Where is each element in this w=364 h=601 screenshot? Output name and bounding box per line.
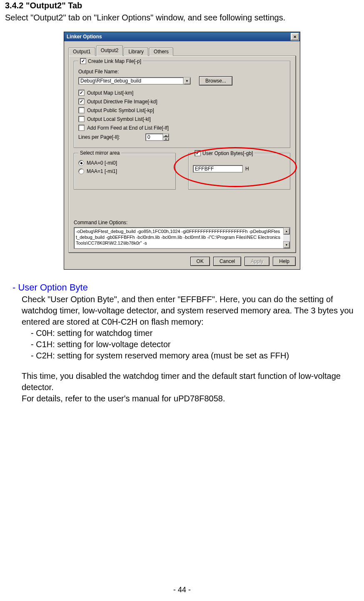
cmdline-textarea[interactable]: -oDebug\RFtest_debug_build -go85h,1FC00h… [74, 227, 290, 249]
legend-user-option-label: User Option Bytes[-gb] [202, 150, 253, 156]
close-icon[interactable]: ✕ [291, 33, 299, 40]
explain-b1: - C0H: setting for watchdog timer [31, 328, 359, 339]
checkbox-output-public-symbol[interactable] [78, 107, 85, 113]
tab-strip: Output1 Output2 Library Others [68, 45, 296, 56]
radio-maa0-row[interactable]: MAA=0 [-mi0] [78, 160, 171, 166]
lines-per-page-input[interactable] [145, 133, 163, 141]
lines-per-page-spinner[interactable]: ▲ ▼ [145, 133, 169, 141]
checkbox-output-directive-image[interactable] [78, 98, 85, 105]
opt-label: Output Map List[-km] [87, 90, 133, 96]
opt-label: Add Form Feed at End of List File[-lf] [87, 125, 169, 131]
section-heading: 3.4.2 "Output2" Tab [5, 1, 359, 10]
legend-user-option[interactable]: User Option Bytes[-gb] [193, 150, 254, 156]
chevron-down-icon[interactable]: ▼ [183, 77, 191, 85]
help-button[interactable]: Help [273, 257, 296, 266]
opt-output-local-symbol[interactable]: Output Local Symbol List[-kl] [78, 116, 286, 122]
opt-output-directive-image[interactable]: Output Directive File Image[-kd] [78, 98, 286, 105]
radio-maa1-row[interactable]: MAA=1 [-mi1] [78, 168, 171, 174]
checkbox-add-form-feed[interactable] [78, 125, 85, 131]
tab-others[interactable]: Others [149, 48, 173, 56]
spin-down-icon[interactable]: ▼ [163, 137, 169, 141]
page-number: - 44 - [0, 586, 364, 594]
legend-mirror: Select mirror area [78, 150, 121, 156]
browse-button[interactable]: Browse... [199, 76, 232, 85]
group-user-option-bytes: User Option Bytes[-gb] H [188, 153, 290, 190]
radio-label: MAA=1 [-mi1] [87, 168, 117, 174]
ok-button[interactable]: OK [190, 257, 210, 266]
apply-button[interactable]: Apply [244, 257, 269, 266]
linker-options-dialog: Linker Options ✕ Output1 Output2 Library… [64, 32, 300, 270]
group-mirror-area: Select mirror area MAA=0 [-mi0] MAA=1 [-… [74, 153, 176, 190]
output-file-input[interactable] [78, 77, 183, 85]
opt-output-public-symbol[interactable]: Output Public Symbol List[-kp] [78, 107, 286, 113]
user-option-bytes-input[interactable] [193, 165, 243, 173]
checkbox-output-map-list[interactable] [78, 90, 85, 96]
explain-b3: - C2H: setting for system reserved memor… [31, 350, 359, 361]
dialog-titlebar: Linker Options ✕ [64, 32, 300, 41]
radio-maa1[interactable] [78, 168, 84, 174]
tab-library[interactable]: Library [124, 48, 148, 56]
radio-label: MAA=0 [-mi0] [87, 160, 117, 166]
scrollbar[interactable]: ▲ ▼ [283, 228, 290, 248]
output-file-combo[interactable]: ▼ [78, 77, 191, 85]
opt-output-map-list[interactable]: Output Map List[-km] [78, 90, 286, 96]
spin-up-icon[interactable]: ▲ [163, 133, 169, 137]
opt-label: Output Local Symbol List[-kl] [87, 116, 151, 122]
scroll-down-icon[interactable]: ▼ [283, 241, 290, 248]
opt-add-form-feed[interactable]: Add Form Feed at End of List File[-lf] [78, 125, 286, 131]
dialog-button-row: OK Cancel Apply Help [68, 253, 296, 267]
user-option-byte-heading: - User Option Byte [12, 281, 359, 294]
group-link-map: Create Link Map File[-p] Output File Nam… [74, 61, 290, 148]
checkbox-create-link-map[interactable] [80, 58, 86, 64]
cmdline-label: Command Line Options: [74, 220, 290, 225]
radio-maa0[interactable] [78, 160, 84, 166]
intro-text: Select "Output2" tab on "Linker Options"… [5, 13, 359, 23]
tab-output2[interactable]: Output2 [96, 45, 123, 56]
explain-p2: This time, you disabled the watchdog tim… [22, 371, 359, 393]
legend-link-map-label: Create Link Map File[-p] [88, 58, 141, 64]
explain-p3: For details, refer to the user's manual … [22, 393, 359, 404]
explanation-block: - User Option Byte Check "User Option By… [5, 281, 359, 404]
lines-per-page-label: Lines per Page[-ll]: [78, 134, 143, 140]
dialog-title: Linker Options [67, 34, 291, 40]
legend-link-map[interactable]: Create Link Map File[-p] [78, 58, 143, 64]
explain-p1: Check "User Option Byte", and then enter… [22, 294, 359, 328]
opt-label: Output Public Symbol List[-kp] [87, 108, 154, 113]
checkbox-output-local-symbol[interactable] [78, 116, 85, 122]
cmdline-textarea-wrap: -oDebug\RFtest_debug_build -go85h,1FC00h… [74, 227, 290, 249]
checkbox-user-option-bytes[interactable] [194, 150, 201, 156]
tab-output1[interactable]: Output1 [68, 48, 95, 56]
output-file-label: Output File Name: [78, 69, 286, 75]
opt-label: Output Directive File Image[-kd] [87, 99, 157, 105]
cancel-button[interactable]: Cancel [213, 257, 241, 266]
scroll-up-icon[interactable]: ▲ [283, 228, 290, 235]
tab-panel-output2: Create Link Map File[-p] Output File Nam… [68, 55, 296, 253]
hex-suffix: H [245, 166, 249, 172]
explain-b2: - C1H: setting for low-voltage detector [31, 339, 359, 350]
